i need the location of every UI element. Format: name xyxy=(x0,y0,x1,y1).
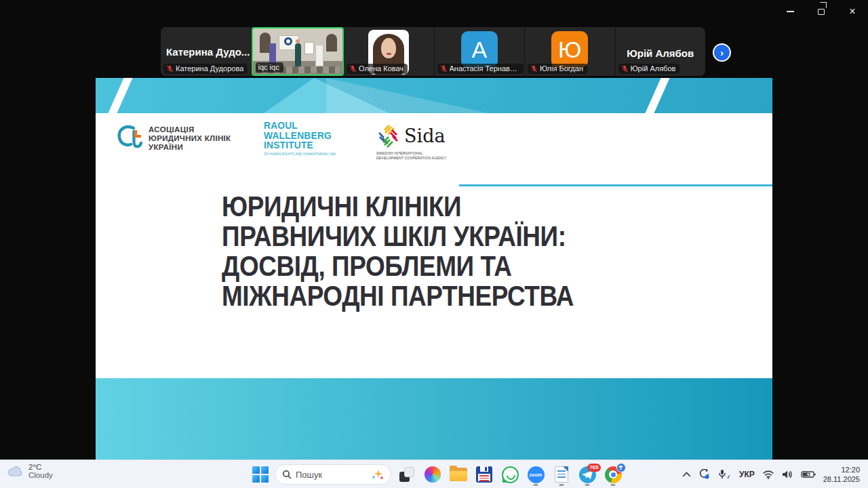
participant-tile[interactable]: А Анастасія Тернавська xyxy=(435,27,526,76)
slide-title-line: ЮРИДИЧНІ КЛІНІКИ xyxy=(222,192,574,222)
weather-condition: Cloudy xyxy=(28,471,53,479)
speaker-icon xyxy=(782,470,793,479)
shared-slide: АСОЦІАЦІЯ ЮРИДИЧНИХ КЛІНІК УКРАЇНИ RAOUL… xyxy=(96,78,772,460)
volume-tray-button[interactable] xyxy=(782,470,793,479)
room-window xyxy=(326,34,337,52)
participant-display-name: Катерина Дудо... xyxy=(166,46,250,58)
mic-muted-icon xyxy=(166,65,174,73)
telegram-icon: 765 xyxy=(579,466,596,483)
cloud-icon xyxy=(7,465,24,477)
chrome-icon xyxy=(605,466,622,483)
slide-title: ЮРИДИЧНІ КЛІНІКИ ПРАВНИЧИХ ШКІЛ УКРАЇНИ:… xyxy=(222,192,622,311)
participant-label: Юрій Алябов xyxy=(618,64,680,74)
floppy-disk-icon xyxy=(476,466,492,483)
taskbar: 2°C Cloudy zoom xyxy=(0,460,868,488)
slide-header-band xyxy=(96,78,772,113)
medoc-button[interactable] xyxy=(474,462,494,487)
folder-icon xyxy=(450,468,467,481)
sida-logo-text: Sida xyxy=(404,127,446,145)
participant-tile[interactable]: Юрій Алябов Юрій Алябов xyxy=(616,27,706,76)
sida-logo-mark xyxy=(376,124,401,148)
screen: { "window": { "close_glyph": "×", "contr… xyxy=(0,0,868,488)
slide-title-line: ДОСВІД, ПРОБЛЕМИ ТА xyxy=(222,251,574,281)
rwi-logo: RAOUL WALLENBERG INSTITUTE OF HUMAN RIGH… xyxy=(264,121,338,156)
window-controls: × xyxy=(774,0,868,23)
avatar: А xyxy=(461,31,498,68)
start-button[interactable] xyxy=(252,466,269,483)
task-view-button[interactable] xyxy=(397,462,417,487)
flipchart xyxy=(304,42,314,54)
weather-widget[interactable]: 2°C Cloudy xyxy=(7,463,53,479)
slide-footer-band xyxy=(96,378,772,460)
minimize-icon xyxy=(787,11,794,12)
zoom-icon: zoom xyxy=(528,466,545,483)
battery-icon xyxy=(801,470,816,479)
participant-display-name: Юрій Алябов xyxy=(616,47,706,59)
band-slash xyxy=(107,78,134,113)
participant-label: Олена Ковач xyxy=(347,64,408,74)
band-slash xyxy=(644,78,671,113)
association-logo-text: АСОЦІАЦІЯ ЮРИДИЧНИХ КЛІНІК УКРАЇНИ xyxy=(149,125,231,152)
weather-text: 2°C Cloudy xyxy=(28,463,53,479)
mic-location-tray-button[interactable] xyxy=(718,469,732,480)
participant-label: Катерина Дудорова xyxy=(163,64,248,74)
search-box[interactable] xyxy=(275,464,391,485)
band-triangle xyxy=(326,78,489,113)
sync-icon xyxy=(698,469,711,480)
participant-tile[interactable]: Олена Ковач xyxy=(344,27,435,76)
whatsapp-icon xyxy=(502,466,519,483)
participant-tile-video[interactable]: iqc iqc xyxy=(252,27,344,76)
language-indicator[interactable]: УКР xyxy=(739,470,755,479)
search-icon xyxy=(282,470,292,479)
next-participants-button[interactable]: › xyxy=(713,43,731,62)
restore-button[interactable] xyxy=(806,0,837,23)
rollup-banner xyxy=(315,45,323,66)
sida-logo: Sida SWEDISH INTERNATIONAL DEVELOPMENT C… xyxy=(376,124,447,160)
file-explorer-button[interactable] xyxy=(448,462,469,487)
whatsapp-button[interactable] xyxy=(500,462,520,487)
participant-tile[interactable]: Катерина Дудо... Катерина Дудорова xyxy=(161,27,252,76)
logo-row: АСОЦІАЦІЯ ЮРИДИЧНИХ КЛІНІК УКРАЇНИ RAOUL… xyxy=(96,119,772,166)
writer-button[interactable] xyxy=(551,462,572,487)
task-view-icon xyxy=(399,467,414,482)
minimize-button[interactable] xyxy=(774,0,806,23)
running-indicator xyxy=(585,484,590,486)
zoom-app-button[interactable]: zoom xyxy=(526,462,546,487)
photo-face xyxy=(381,38,396,58)
search-input[interactable] xyxy=(296,470,368,480)
taskbar-center: zoom 765 xyxy=(252,460,623,488)
telegram-button[interactable]: 765 xyxy=(577,462,597,487)
restore-icon xyxy=(818,9,825,15)
running-indicator xyxy=(534,484,538,486)
slide-title-line: МІЖНАРОДНІ ПАРТНЕРСТВА xyxy=(222,281,574,311)
clock-widget[interactable]: 12:20 28.11.2025 xyxy=(823,465,860,484)
chevron-up-icon xyxy=(682,472,691,477)
copilot-button[interactable] xyxy=(422,462,443,487)
chrome-button[interactable] xyxy=(603,462,623,487)
avatar: Ю xyxy=(551,31,588,68)
participant-label: Анастасія Тернавська xyxy=(437,64,524,74)
copilot-icon xyxy=(425,466,441,483)
association-logo: АСОЦІАЦІЯ ЮРИДИЧНИХ КЛІНІК УКРАЇНИ xyxy=(114,122,231,155)
document-icon xyxy=(555,466,568,483)
slide-title-line: ПРАВНИЧИХ ШКІЛ УКРАЇНИ: xyxy=(222,222,574,251)
search-highlights-icon xyxy=(372,468,384,481)
participant-tile[interactable]: Ю Юлія Богдан xyxy=(525,27,616,76)
participants-strip: Катерина Дудо... Катерина Дудорова iqc i… xyxy=(161,27,705,76)
close-button[interactable]: × xyxy=(837,0,868,23)
battery-tray-button[interactable] xyxy=(801,470,816,479)
tray-date: 28.11.2025 xyxy=(823,474,860,484)
photo-lips xyxy=(387,53,391,55)
sync-tray-button[interactable] xyxy=(698,469,711,480)
sida-logo-subtext: SWEDISH INTERNATIONAL DEVELOPMENT COOPER… xyxy=(376,151,447,160)
notification-badge: 765 xyxy=(587,464,600,472)
mic-muted-icon xyxy=(440,65,448,73)
wifi-icon xyxy=(762,470,774,479)
hidden-icons-button[interactable] xyxy=(682,472,691,477)
weather-temperature: 2°C xyxy=(28,463,53,471)
system-tray: УКР 12:20 28.11.2025 xyxy=(682,460,868,488)
wifi-tray-button[interactable] xyxy=(762,470,774,479)
participant-label: iqc iqc xyxy=(256,62,283,73)
meeting-badge-icon xyxy=(616,463,626,472)
mic-muted-icon xyxy=(621,65,629,73)
